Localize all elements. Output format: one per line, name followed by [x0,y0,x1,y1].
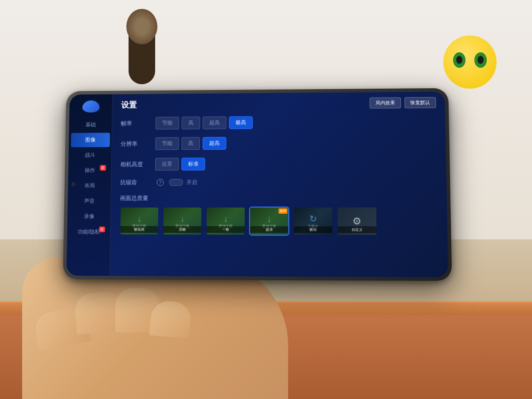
anti-alias-row: 抗锯齿 ? 开启 [120,178,438,186]
sidebar-item-image[interactable]: 图像 [70,133,110,147]
vase-decoration [124,9,160,98]
anti-alias-toggle[interactable] [169,179,183,186]
resolution-label: 分辨率 [121,140,156,148]
quality-item-3-label: 一般 [207,226,245,233]
frame-rate-options: 节能 高 超高 极高 [156,116,253,129]
quality-item-1[interactable]: ↓ 置顶下载 极低画 [119,207,159,235]
anti-alias-toggle-container: 开启 [169,179,197,186]
sidebar-item-sound[interactable]: 声音 [70,194,109,208]
sidebar-item-combat[interactable]: 战斗 [70,148,110,163]
frame-rate-option-high[interactable]: 高 [182,117,200,129]
quality-item-2-icon: ↓ [180,214,184,224]
quality-item-4-badge: 推荐 [278,208,287,214]
sidebar-item-layout[interactable]: 布局 [70,179,110,193]
anti-alias-toggle-label: 开启 [187,179,197,186]
frame-rate-option-extreme[interactable]: 极高 [229,116,253,129]
quality-section: 画面总质量 ↓ 置顶下载 极低画 [119,194,438,236]
app-logo [80,99,102,114]
quality-item-6-label: 自定义 [338,226,377,233]
camera-height-close[interactable]: 近景 [155,158,179,171]
quality-item-2[interactable]: ↓ 置顶下载 流畅 [162,207,202,235]
restore-default-button[interactable]: 恢复默认 [404,97,436,108]
quality-item-1-label: 极低画 [120,226,158,233]
page-header: 设置 局内效果 恢复默认 [121,97,436,110]
sidebar: 基础 图像 战斗 操作 新 布局 声 [66,94,113,276]
main-content: 设置 局内效果 恢复默认 帧率 节能 高 超高 极高 [110,92,448,278]
quality-item-6[interactable]: ⚙ 自定义 [336,207,377,236]
quality-title: 画面总质量 [120,194,438,203]
quality-item-3[interactable]: ↓ 置顶下载 一般 [206,207,246,235]
frame-rate-option-save[interactable]: 节能 [156,117,179,129]
quality-grid: ↓ 置顶下载 极低画 ↓ 置顶下载 [119,207,438,236]
logo-shape [82,100,99,113]
resolution-option-high[interactable]: 高 [181,137,200,150]
sidebar-item-privacy[interactable]: 功能/隐私 新 [69,225,109,239]
phone-body: 基础 图像 战斗 操作 新 布局 声 [63,88,452,281]
quality-item-1-icon: ↓ [137,214,141,224]
camera-height-row: 相机高度 近景 标准 [120,157,437,171]
resolution-row: 分辨率 节能 高 超高 [121,136,437,150]
scene: 基础 图像 战斗 操作 新 布局 声 [0,0,532,399]
anti-alias-help-icon[interactable]: ? [157,179,164,186]
new-badge-operation: 新 [100,165,106,171]
page-title: 设置 [121,99,137,110]
sidebar-item-operation[interactable]: 操作 新 [70,163,109,178]
quality-item-5-icon: ↻ [309,213,317,224]
header-buttons: 局内效果 恢复默认 [370,97,436,109]
quality-item-4-label: 超清 [250,226,289,233]
quality-item-2-label: 流畅 [163,226,201,233]
resolution-options: 节能 高 超高 [155,137,226,150]
new-badge-privacy: 新 [99,227,105,232]
phone-screen: 基础 图像 战斗 操作 新 布局 声 [66,92,448,278]
phone: 基础 图像 战斗 操作 新 布局 声 [63,88,452,281]
ingame-effects-button[interactable]: 局内效果 [370,97,401,108]
sidebar-item-recording[interactable]: 录像 [69,209,109,224]
anti-alias-label: 抗锯齿 [120,179,155,187]
resolution-option-save[interactable]: 节能 [155,137,179,150]
quality-item-5[interactable]: ↻ 下载中 极动 [293,207,333,236]
frame-rate-option-ultra[interactable]: 超高 [203,117,226,129]
quality-item-3-icon: ↓ [223,214,228,224]
sidebar-item-basics[interactable]: 基础 [71,117,110,132]
frame-rate-row: 帧率 节能 高 超高 极高 [121,115,437,130]
settings-gear-icon: ⚙ [352,215,362,227]
camera-height-standard[interactable]: 标准 [181,158,205,171]
frame-rate-label: 帧率 [121,119,156,127]
yellow-toy [443,35,497,89]
quality-item-5-label: 极动 [294,226,332,233]
camera-height-options: 近景 标准 [155,158,205,171]
resolution-option-ultra[interactable]: 超高 [203,137,227,150]
quality-item-4[interactable]: 推荐 ↓ 置顶下载 超清 [249,207,289,236]
quality-item-4-icon: ↓ [267,214,271,224]
camera-height-label: 相机高度 [120,160,155,168]
